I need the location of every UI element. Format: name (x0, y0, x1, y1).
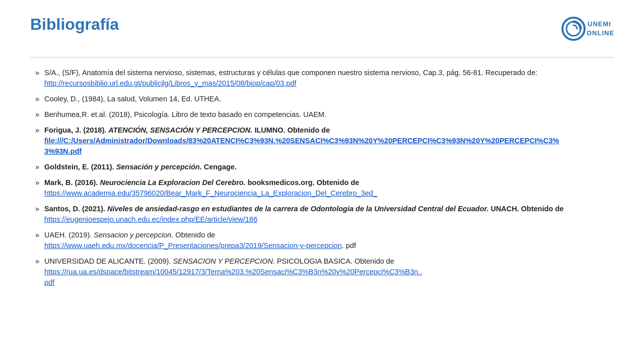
bib-text: Goldstein, E. (2011). Sensación y percep… (44, 162, 614, 172)
bullet: » (35, 68, 44, 89)
page-title: Bibliografía (30, 15, 119, 34)
list-item: » UNIVERSIDAD DE ALICANTE. (2009). SENSA… (35, 256, 614, 288)
bib-text: Mark, B. (2016). Neurociencia La Explora… (44, 177, 614, 199)
bib-text: Cooley, D., (1984), La salud, Volumen 14… (44, 94, 614, 104)
list-item: » Benhumea,R. et.al. (2018), Psicología.… (35, 109, 614, 120)
bib-text: Forigua, J. (2018). ATENCIÓN, SENSACIÓN … (44, 125, 614, 157)
page: Bibliografía UNEMI ONLINE » S/A., (S/F) (0, 0, 644, 363)
link-item1[interactable]: http://recursosbiblio.url.edu.gt/publicj… (44, 79, 297, 87)
list-item: » Goldstein, E. (2011). Sensación y perc… (35, 162, 614, 172)
bullet: » (35, 94, 44, 104)
bullet: » (35, 204, 44, 225)
bullet: » (35, 162, 44, 172)
list-item: » Forigua, J. (2018). ATENCIÓN, SENSACIÓ… (35, 125, 614, 157)
bib-text: Benhumea,R. et.al. (2018), Psicología. L… (44, 109, 614, 120)
link-item9[interactable]: https://rua.ua.es/dspace/bitstream/10045… (44, 268, 422, 286)
divider (30, 57, 614, 57)
logo: UNEMI ONLINE (558, 15, 614, 43)
link-item6[interactable]: https://www.academia.edu/35796020/Bear_M… (44, 189, 377, 197)
bibliography-content: » S/A., (S/F), Anatomía del sistema nerv… (30, 68, 614, 288)
svg-text:UNEMI: UNEMI (588, 20, 611, 28)
list-item: » S/A., (S/F), Anatomía del sistema nerv… (35, 68, 614, 89)
header: Bibliografía UNEMI ONLINE (30, 15, 614, 43)
list-item: » Mark, B. (2016). Neurociencia La Explo… (35, 177, 614, 199)
list-item: » Santos, D. (2021). Niveles de ansiedad… (35, 204, 614, 225)
bullet: » (35, 230, 44, 251)
bib-text: S/A., (S/F), Anatomía del sistema nervio… (44, 68, 614, 89)
svg-text:ONLINE: ONLINE (587, 29, 614, 37)
bullet: » (35, 109, 44, 120)
link-item8[interactable]: https://www.uaeh.edu.mx/docencia/P_Prese… (44, 241, 342, 250)
bullet: » (35, 256, 44, 288)
bullet: » (35, 177, 44, 199)
bib-text: Santos, D. (2021). Niveles de ansiedad-r… (44, 204, 614, 225)
list-item: » Cooley, D., (1984), La salud, Volumen … (35, 94, 614, 104)
bib-text: UAEH. (2019). Sensacion y percepcion. Ob… (44, 230, 614, 251)
list-item: » UAEH. (2019). Sensacion y percepcion. … (35, 230, 614, 251)
bullet: » (35, 125, 44, 157)
bib-text: UNIVERSIDAD DE ALICANTE. (2009). SENSACI… (44, 256, 614, 288)
logo-svg: UNEMI ONLINE (558, 15, 614, 43)
link-item4[interactable]: file:///C:/Users/Administrador/Downloads… (44, 137, 559, 155)
link-item7[interactable]: https://eugenioespejo.unach.edu.ec/index… (44, 215, 257, 223)
